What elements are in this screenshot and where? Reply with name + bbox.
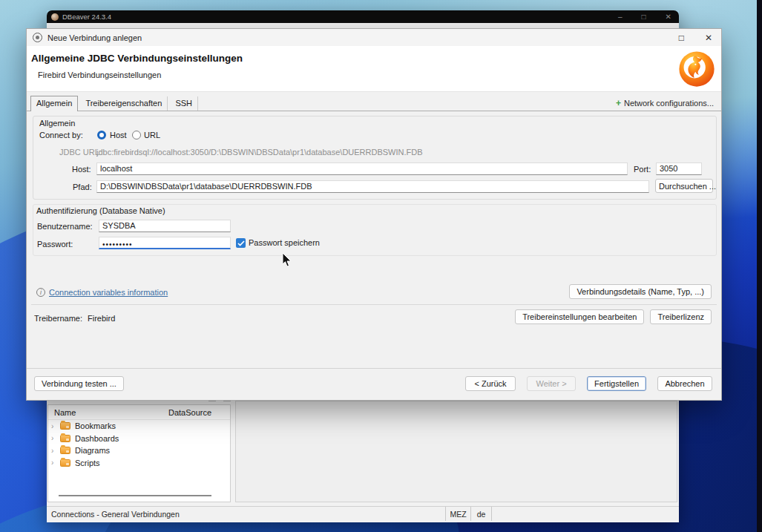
edit-driver-settings-button[interactable]: Treibereinstellungen bearbeiten [515,309,644,324]
save-password-label[interactable]: Passwort speichern [249,238,320,247]
browse-button[interactable]: Durchsuchen ... [655,179,713,193]
dbeaver-app-icon [51,13,59,21]
tree-item-bookmarks[interactable]: › Bookmarks [48,420,230,433]
plus-icon: + [616,98,621,108]
chevron-right-icon[interactable]: › [51,447,59,455]
dialog-titlebar[interactable]: Neue Verbindung anlegen □ ✕ [27,29,721,46]
tree-column-datasource[interactable]: DataSource [168,408,211,417]
password-input[interactable]: ••••••••• [99,237,231,249]
dialog-button-bar: Verbindung testen ... < Zurück Weiter > … [27,368,721,400]
main-minimize-button[interactable]: – [618,13,623,21]
connect-by-label: Connect by: [39,131,83,139]
general-group: Allgemein Connect by: Host URL JDBC URL:… [33,116,717,200]
network-configurations-link[interactable]: +Network configurations... [616,98,714,108]
port-label: Port: [634,165,651,174]
chevron-right-icon[interactable]: › [51,422,59,430]
general-group-title: Allgemein [39,119,75,128]
auth-group: Authentifizierung (Database Native) Benu… [33,204,717,256]
dialog-tabbar: Allgemein Treibereigenschaften SSH +Netw… [27,96,721,111]
tree-header-row: Name DataSource [48,405,230,420]
mouse-cursor [282,252,293,268]
tree-item-scripts[interactable]: › Scripts [48,457,230,470]
firebird-logo-icon [677,49,717,89]
save-password-checkbox[interactable] [236,238,246,248]
host-label: Host: [72,165,91,174]
path-input[interactable]: D:\DBSWIN\DBSData\pr1\database\DUERRDBSW… [96,180,649,193]
tab-ssh[interactable]: SSH [170,96,198,111]
tree-item-label: Dashboards [75,434,119,443]
divider [31,304,717,305]
driver-name-label: Treibername: [34,314,82,323]
desktop: DBeaver 24.3.4 – □ ✕ Name DataSource › [0,0,762,532]
path-label: Pfad: [73,183,92,191]
main-window-title: DBeaver 24.3.4 [62,13,111,21]
status-connection-info: Connections - General Verbindungen [47,507,446,521]
tree-column-name[interactable]: Name [54,408,76,417]
port-input[interactable]: 3050 [656,162,702,175]
connection-details-button[interactable]: Verbindungsdetails (Name, Typ, ...) [569,284,712,299]
dialog-title: Neue Verbindung anlegen [47,33,142,42]
screen-edge [757,0,762,532]
horizontal-scrollbar[interactable] [59,495,211,496]
info-icon: i [36,288,45,297]
password-label: Passwort: [37,240,73,249]
tree-item-label: Diagrams [75,446,110,455]
main-window-titlebar[interactable]: DBeaver 24.3.4 – □ ✕ [47,10,679,23]
bookmarks-folder-icon [60,422,70,430]
next-button[interactable]: Weiter > [527,376,576,391]
tree-item-diagrams[interactable]: › Diagrams [48,444,230,457]
tree-item-dashboards[interactable]: › Dashboards [48,433,230,445]
username-label: Benutzername: [37,222,93,231]
diagrams-folder-icon [60,447,70,454]
host-radio[interactable] [97,131,106,139]
tree-item-label: Scripts [75,459,100,467]
chevron-right-icon[interactable]: › [51,434,59,442]
status-timezone[interactable]: MEZ [446,507,471,521]
url-radio-label[interactable]: URL [144,131,160,139]
jdbc-url-label: JDBC URL: [59,148,102,157]
connection-variables-link[interactable]: Connection variables information [49,288,168,297]
chevron-right-icon[interactable]: › [51,459,59,467]
dashboards-folder-icon [60,435,70,442]
host-radio-label[interactable]: Host [110,131,127,139]
back-button[interactable]: < Zurück [465,376,516,391]
page-subtitle: Firebird Verbindungseinstellungen [38,70,161,79]
database-navigator-panel: Name DataSource › Bookmarks › Dashboards… [47,404,231,502]
host-input[interactable]: localhost [96,162,628,175]
dialog-close-button[interactable]: ✕ [705,33,712,43]
driver-license-button[interactable]: Treiberlizenz [650,309,712,324]
main-close-button[interactable]: ✕ [666,13,671,21]
url-radio[interactable] [132,131,141,139]
test-connection-button[interactable]: Verbindung testen ... [34,376,124,391]
cancel-button[interactable]: Abbrechen [657,376,712,391]
jdbc-url-value: jdbc:firebirdsql://localhost:3050/D:\DBS… [96,148,708,157]
status-bar: Connections - General Verbindungen MEZ d… [47,506,679,521]
username-input[interactable]: SYSDBA [99,220,231,232]
tab-treibereigenschaften[interactable]: Treibereigenschaften [80,96,168,111]
dialog-maximize-button[interactable]: □ [679,33,684,43]
dialog-header: Allgemeine JDBC Verbindungseinstellungen… [27,46,721,92]
editor-area [235,401,677,502]
status-language[interactable]: de [471,507,492,521]
driver-name-value: Firebird [88,314,115,323]
new-connection-dialog: Neue Verbindung anlegen □ ✕ Allgemeine J… [26,28,722,401]
scripts-folder-icon [60,459,70,467]
tab-allgemein[interactable]: Allgemein [30,96,78,111]
auth-group-title: Authentifizierung (Database Native) [36,206,165,215]
connection-icon [33,33,42,42]
main-maximize-button[interactable]: □ [642,13,646,21]
page-title: Allgemeine JDBC Verbindungseinstellungen [31,53,243,64]
tree-item-label: Bookmarks [75,421,116,430]
finish-button[interactable]: Fertigstellen [587,376,646,391]
